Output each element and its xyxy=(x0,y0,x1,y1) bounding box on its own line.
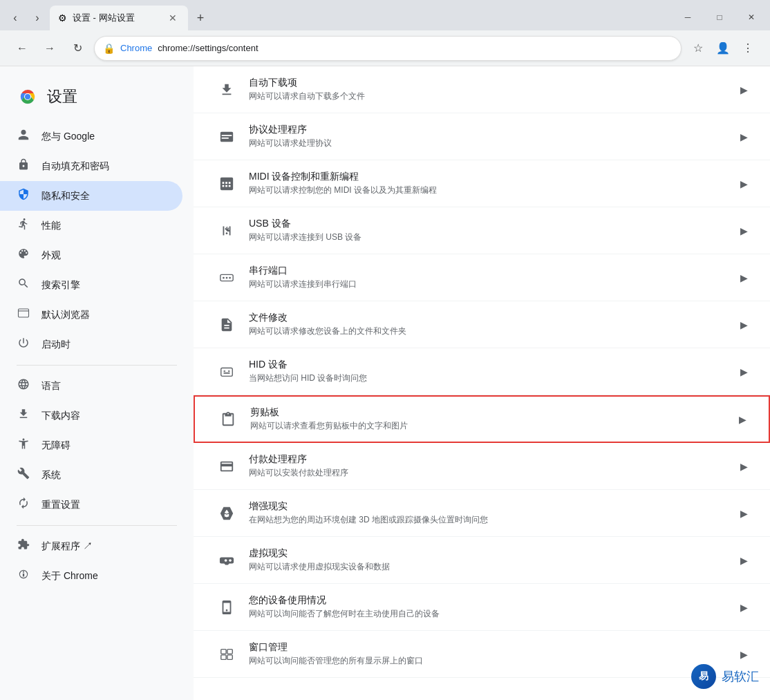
settings-item-auto-download[interactable]: 自动下载项 网站可以请求自动下载多个文件 ▶ xyxy=(194,66,770,113)
tab-back-btn[interactable]: ‹ xyxy=(6,8,25,28)
accessibility-icon xyxy=(17,437,30,453)
midi-arrow: ▶ xyxy=(740,178,748,189)
svg-rect-3 xyxy=(19,309,29,317)
midi-title: MIDI 设备控制和重新编程 xyxy=(249,171,729,183)
menu-button[interactable]: ⋮ xyxy=(737,37,759,59)
file-edit-content: 文件修改 网站可以请求修改您设备上的文件和文件夹 xyxy=(249,312,729,337)
performance-icon xyxy=(17,218,30,234)
vr-icon xyxy=(216,549,238,571)
sidebar-item-system[interactable]: 系统 xyxy=(0,460,182,490)
refresh-button[interactable]: ↻ xyxy=(66,37,88,59)
serial-desc: 网站可以请求连接到串行端口 xyxy=(249,278,729,290)
settings-item-serial[interactable]: 串行端口 网站可以请求连接到串行端口 ▶ xyxy=(194,254,770,301)
sidebar-item-performance[interactable]: 性能 xyxy=(0,211,182,240)
auto-download-content: 自动下载项 网站可以请求自动下载多个文件 xyxy=(249,77,729,102)
svg-point-8 xyxy=(226,276,228,278)
address-bar[interactable]: 🔒 Chrome chrome://settings/content xyxy=(94,36,682,61)
minimize-button[interactable]: ─ xyxy=(672,7,704,28)
sidebar-item-default-browser[interactable]: 默认浏览器 xyxy=(0,300,182,330)
chrome-label: Chrome xyxy=(120,43,152,53)
svg-point-9 xyxy=(229,276,231,278)
appearance-icon xyxy=(17,247,30,263)
bookmark-button[interactable]: ☆ xyxy=(687,37,709,59)
sidebar-item-autofill-label: 自动填充和密码 xyxy=(41,160,109,173)
sidebar-item-system-label: 系统 xyxy=(41,469,61,482)
system-icon xyxy=(17,467,30,483)
tab-icon: ⚙ xyxy=(58,12,67,23)
profile-button[interactable]: 👤 xyxy=(712,37,734,59)
sidebar-header: 设置 xyxy=(0,80,194,122)
payment-arrow: ▶ xyxy=(740,461,748,472)
sidebar-item-reset[interactable]: 重置设置 xyxy=(0,490,182,520)
svg-rect-17 xyxy=(227,654,232,659)
payment-title: 付款处理程序 xyxy=(249,453,729,466)
sidebar-item-startup[interactable]: 启动时 xyxy=(0,330,182,359)
sidebar-item-privacy[interactable]: 隐私和安全 xyxy=(0,181,182,211)
svg-point-7 xyxy=(223,276,225,278)
watermark-icon-text: 易 xyxy=(699,670,708,683)
file-edit-title: 文件修改 xyxy=(249,312,729,324)
ar-desc: 在网站想为您的周边环境创建 3D 地图或跟踪摄像头位置时询问您 xyxy=(249,514,729,526)
hid-icon xyxy=(216,361,238,383)
sidebar-item-default-browser-label: 默认浏览器 xyxy=(41,309,90,321)
svg-point-2 xyxy=(25,94,30,100)
sidebar-item-appearance-label: 外观 xyxy=(41,249,61,262)
window-mgmt-icon xyxy=(216,643,238,665)
about-icon xyxy=(17,568,30,584)
close-button[interactable]: ✕ xyxy=(735,7,767,28)
sidebar-item-google-label: 您与 Google xyxy=(41,131,95,143)
sidebar-item-extensions[interactable]: 扩展程序 ↗ xyxy=(0,531,182,561)
midi-desc: 网站可以请求控制您的 MIDI 设备以及为其重新编程 xyxy=(249,185,729,196)
language-icon xyxy=(17,378,30,394)
sidebar-item-language[interactable]: 语言 xyxy=(0,371,182,401)
ar-arrow: ▶ xyxy=(740,508,748,519)
settings-item-midi[interactable]: MIDI 设备控制和重新编程 网站可以请求控制您的 MIDI 设备以及为其重新编… xyxy=(194,160,770,207)
payment-desc: 网站可以安装付款处理程序 xyxy=(249,467,729,479)
forward-button[interactable]: → xyxy=(39,37,61,59)
settings-item-vr[interactable]: 虚拟现实 网站可以请求使用虚拟现实设备和数据 ▶ xyxy=(194,537,770,584)
maximize-button[interactable]: □ xyxy=(704,7,735,28)
sidebar-item-downloads[interactable]: 下载内容 xyxy=(0,401,182,431)
sidebar-item-appearance[interactable]: 外观 xyxy=(0,240,182,270)
new-tab-button[interactable]: + xyxy=(191,8,210,28)
settings-item-window-mgmt[interactable]: 窗口管理 网站可以询问能否管理您的所有显示屏上的窗口 ▶ xyxy=(194,631,770,678)
protocol-icon xyxy=(216,126,238,148)
serial-content: 串行端口 网站可以请求连接到串行端口 xyxy=(249,265,729,290)
autofill-icon xyxy=(17,158,30,174)
reset-icon xyxy=(17,497,30,513)
sidebar-item-about[interactable]: 关于 Chrome xyxy=(0,561,182,591)
sidebar-title: 设置 xyxy=(47,86,77,107)
vr-content: 虚拟现实 网站可以请求使用虚拟现实设备和数据 xyxy=(249,547,729,573)
sidebar-item-search[interactable]: 搜索引擎 xyxy=(0,270,182,300)
file-edit-icon xyxy=(216,314,238,336)
settings-item-device-usage[interactable]: 您的设备使用情况 网站可以询问能否了解您何时在主动使用自己的设备 ▶ xyxy=(194,584,770,631)
tab-close-button[interactable]: ✕ xyxy=(166,11,180,25)
settings-item-usb[interactable]: USB 设备 网站可以请求连接到 USB 设备 ▶ xyxy=(194,207,770,254)
url-text: chrome://settings/content xyxy=(158,43,258,53)
settings-item-clipboard[interactable]: 剪贴板 网站可以请求查看您剪贴板中的文字和图片 ▶ xyxy=(194,395,770,443)
auto-download-title: 自动下载项 xyxy=(249,77,729,89)
ar-content: 增强现实 在网站想为您的周边环境创建 3D 地图或跟踪摄像头位置时询问您 xyxy=(249,500,729,526)
tab-forward-btn[interactable]: › xyxy=(28,8,47,28)
protocol-title: 协议处理程序 xyxy=(249,124,729,136)
back-button[interactable]: ← xyxy=(11,37,33,59)
svg-rect-10 xyxy=(221,368,233,376)
sidebar-item-autofill[interactable]: 自动填充和密码 xyxy=(0,151,182,181)
settings-item-payment[interactable]: 付款处理程序 网站可以安装付款处理程序 ▶ xyxy=(194,443,770,490)
active-tab[interactable]: ⚙ 设置 - 网站设置 ✕ xyxy=(50,6,188,30)
serial-title: 串行端口 xyxy=(249,265,729,277)
settings-item-protocol[interactable]: 协议处理程序 网站可以请求处理协议 ▶ xyxy=(194,113,770,160)
settings-item-ar[interactable]: 增强现实 在网站想为您的周边环境创建 3D 地图或跟踪摄像头位置时询问您 ▶ xyxy=(194,490,770,537)
watermark-icon: 易 xyxy=(691,664,716,689)
clipboard-content: 剪贴板 网站可以请求查看您剪贴板中的文字和图片 xyxy=(250,406,728,432)
chrome-logo-icon xyxy=(17,86,39,108)
svg-rect-15 xyxy=(227,649,232,653)
settings-item-hid[interactable]: HID 设备 当网站想访问 HID 设备时询问您 ▶ xyxy=(194,348,770,395)
settings-list: 自动下载项 网站可以请求自动下载多个文件 ▶ 协议处理程序 网站可以请求处理协议… xyxy=(194,66,770,678)
auto-download-desc: 网站可以请求自动下载多个文件 xyxy=(249,91,729,102)
sidebar-item-google[interactable]: 您与 Google xyxy=(0,122,182,151)
sidebar-item-accessibility[interactable]: 无障碍 xyxy=(0,431,182,460)
search-icon xyxy=(17,277,30,293)
settings-item-file-edit[interactable]: 文件修改 网站可以请求修改您设备上的文件和文件夹 ▶ xyxy=(194,301,770,348)
window-mgmt-desc: 网站可以询问能否管理您的所有显示屏上的窗口 xyxy=(249,655,729,667)
